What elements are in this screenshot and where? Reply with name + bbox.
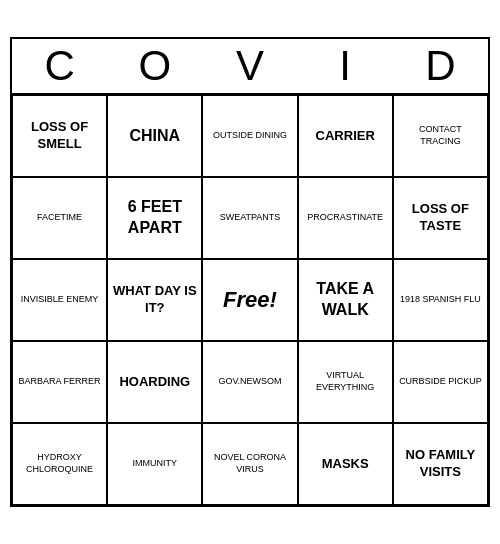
bingo-cell-9: LOSS OF TASTE [393,177,488,259]
bingo-cell-22: NOVEL CORONA VIRUS [202,423,297,505]
bingo-card: C O V I D LOSS OF SMELLCHINAOUTSIDE DINI… [10,37,490,507]
bingo-cell-16: HOARDING [107,341,202,423]
bingo-cell-19: CURBSIDE PICKUP [393,341,488,423]
bingo-cell-2: OUTSIDE DINING [202,95,297,177]
bingo-grid: LOSS OF SMELLCHINAOUTSIDE DININGCARRIERC… [12,95,488,505]
bingo-cell-20: HYDROXY CHLOROQUINE [12,423,107,505]
bingo-cell-18: VIRTUAL EVERYTHING [298,341,393,423]
bingo-cell-0: LOSS OF SMELL [12,95,107,177]
bingo-cell-12: Free! [202,259,297,341]
bingo-cell-10: INVISIBLE ENEMY [12,259,107,341]
header-letter-v: V [202,43,297,89]
header-letter-i: I [298,43,393,89]
bingo-cell-24: NO FAMILY VISITS [393,423,488,505]
bingo-cell-23: MASKS [298,423,393,505]
bingo-cell-11: WHAT DAY IS IT? [107,259,202,341]
bingo-cell-1: CHINA [107,95,202,177]
bingo-cell-6: 6 FEET APART [107,177,202,259]
bingo-cell-7: SWEATPANTS [202,177,297,259]
header-letter-o: O [107,43,202,89]
bingo-cell-5: FACETIME [12,177,107,259]
bingo-cell-21: IMMUNITY [107,423,202,505]
bingo-cell-3: CARRIER [298,95,393,177]
header-letter-d: D [393,43,488,89]
bingo-cell-13: TAKE A WALK [298,259,393,341]
header-letter-c: C [12,43,107,89]
bingo-cell-17: GOV.NEWSOM [202,341,297,423]
bingo-cell-15: BARBARA FERRER [12,341,107,423]
bingo-cell-8: PROCRASTINATE [298,177,393,259]
bingo-cell-14: 1918 SPANISH FLU [393,259,488,341]
bingo-cell-4: CONTACT TRACING [393,95,488,177]
bingo-header: C O V I D [12,39,488,95]
